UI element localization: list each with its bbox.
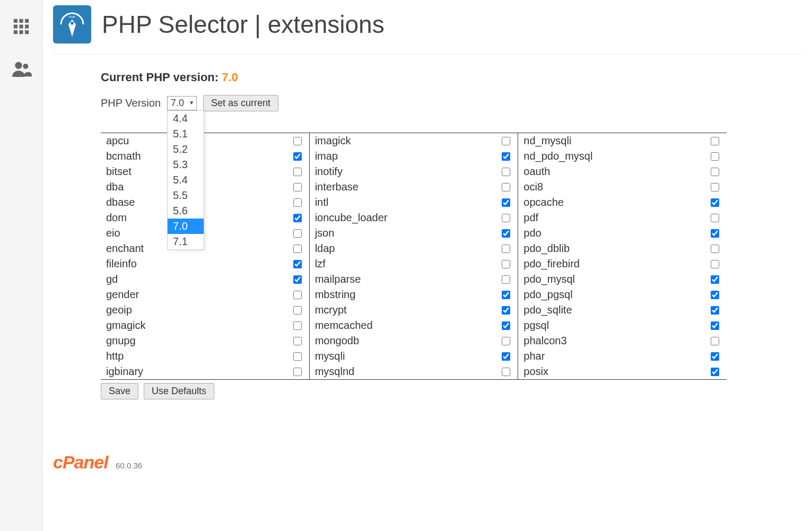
extension-checkbox-ldap[interactable] bbox=[502, 245, 510, 253]
extension-label: ldap bbox=[315, 242, 335, 255]
extension-checkbox-mysqlnd[interactable] bbox=[502, 368, 510, 376]
extension-row-intl: intl bbox=[310, 195, 518, 210]
extension-checkbox-opcache[interactable] bbox=[711, 198, 719, 207]
extension-label: pdo bbox=[523, 227, 541, 239]
svg-point-10 bbox=[23, 64, 28, 69]
php-version-select[interactable]: 7.0 4.45.15.25.35.45.55.67.07.1 bbox=[167, 96, 197, 110]
apps-grid-icon[interactable] bbox=[8, 13, 34, 40]
cpanel-version: 60.0.36 bbox=[116, 461, 142, 470]
extension-checkbox-mongodb[interactable] bbox=[502, 337, 510, 345]
extension-checkbox-pdo_mysql[interactable] bbox=[711, 275, 719, 284]
php-version-option-5-3[interactable]: 5.3 bbox=[168, 157, 204, 172]
extension-checkbox-dbase[interactable] bbox=[293, 198, 302, 207]
extension-checkbox-phar[interactable] bbox=[711, 352, 719, 361]
save-button[interactable]: Save bbox=[101, 383, 138, 399]
extension-row-igbinary: igbinary bbox=[101, 364, 309, 379]
extension-checkbox-nd_pdo_mysql[interactable] bbox=[711, 152, 719, 161]
extension-checkbox-igbinary[interactable] bbox=[293, 368, 302, 376]
php-selector-icon: PHP bbox=[53, 5, 91, 43]
extensions-column-3: nd_mysqlind_pdo_mysqloauthoci8opcachepdf… bbox=[518, 133, 727, 379]
extension-checkbox-mcrypt[interactable] bbox=[502, 306, 510, 315]
php-version-option-5-2[interactable]: 5.2 bbox=[168, 142, 204, 157]
extension-label: phalcon3 bbox=[523, 335, 566, 347]
extension-checkbox-pdf[interactable] bbox=[711, 214, 719, 222]
extension-checkbox-ioncube_loader[interactable] bbox=[502, 214, 510, 222]
extension-row-fileinfo: fileinfo bbox=[101, 256, 309, 272]
extension-label: inotify bbox=[315, 166, 343, 178]
extension-checkbox-gender[interactable] bbox=[293, 291, 302, 299]
extension-checkbox-bcmath[interactable] bbox=[293, 152, 302, 161]
extension-checkbox-dom[interactable] bbox=[293, 214, 302, 222]
extension-checkbox-memcached[interactable] bbox=[502, 321, 510, 330]
extension-checkbox-oci8[interactable] bbox=[711, 183, 719, 191]
extension-checkbox-pdo_sqlite[interactable] bbox=[711, 306, 719, 315]
extension-checkbox-geoip[interactable] bbox=[293, 306, 302, 315]
php-version-select-display[interactable]: 7.0 bbox=[167, 96, 197, 110]
svg-rect-2 bbox=[25, 19, 29, 23]
php-version-option-5-4[interactable]: 5.4 bbox=[168, 172, 204, 188]
extension-checkbox-http[interactable] bbox=[293, 352, 302, 361]
extension-checkbox-pdo_dblib[interactable] bbox=[711, 245, 719, 253]
php-version-option-4-4[interactable]: 4.4 bbox=[168, 111, 204, 126]
extension-checkbox-mbstring[interactable] bbox=[502, 291, 510, 299]
extension-checkbox-pdo[interactable] bbox=[711, 229, 719, 238]
extension-row-nd_mysqli: nd_mysqli bbox=[518, 133, 727, 149]
extension-label: fileinfo bbox=[106, 258, 137, 270]
php-version-option-5-5[interactable]: 5.5 bbox=[168, 188, 204, 203]
extension-row-gmagick: gmagick bbox=[101, 318, 309, 333]
extension-checkbox-mailparse[interactable] bbox=[502, 275, 510, 284]
extension-checkbox-intl[interactable] bbox=[502, 198, 510, 207]
users-icon[interactable] bbox=[8, 56, 34, 82]
extension-checkbox-pgsql[interactable] bbox=[711, 321, 719, 330]
extension-checkbox-inotify[interactable] bbox=[502, 168, 510, 176]
extension-checkbox-posix[interactable] bbox=[711, 368, 719, 376]
use-defaults-button[interactable]: Use Defaults bbox=[144, 383, 214, 399]
extension-label: dba bbox=[106, 181, 124, 193]
extension-checkbox-gnupg[interactable] bbox=[293, 337, 302, 345]
extension-row-geoip: geoip bbox=[101, 302, 309, 318]
extension-label: mysqli bbox=[315, 350, 345, 362]
extension-label: imagick bbox=[315, 135, 351, 147]
extension-checkbox-lzf[interactable] bbox=[502, 260, 510, 268]
svg-rect-0 bbox=[13, 19, 17, 23]
extension-checkbox-json[interactable] bbox=[502, 229, 510, 238]
extension-checkbox-enchant[interactable] bbox=[293, 245, 302, 253]
svg-rect-3 bbox=[13, 24, 17, 28]
svg-point-12 bbox=[71, 22, 74, 25]
extension-checkbox-mysqli[interactable] bbox=[502, 352, 510, 361]
extension-label: lzf bbox=[315, 258, 326, 270]
extension-label: gmagick bbox=[106, 319, 145, 332]
extension-checkbox-bitset[interactable] bbox=[293, 168, 302, 176]
php-version-option-5-1[interactable]: 5.1 bbox=[168, 126, 204, 142]
extensions-column-1: apcubcmathbitsetdbadbasedomeioenchantfil… bbox=[101, 133, 310, 379]
extension-checkbox-phalcon3[interactable] bbox=[711, 337, 719, 345]
extension-checkbox-imap[interactable] bbox=[502, 152, 510, 161]
php-version-option-7-1[interactable]: 7.1 bbox=[168, 234, 204, 249]
extension-checkbox-apcu[interactable] bbox=[293, 137, 302, 145]
extension-checkbox-gd[interactable] bbox=[293, 275, 302, 284]
extension-checkbox-eio[interactable] bbox=[293, 229, 302, 238]
extension-checkbox-fileinfo[interactable] bbox=[293, 260, 302, 268]
extension-label: gender bbox=[106, 289, 139, 301]
extension-checkbox-interbase[interactable] bbox=[502, 183, 510, 191]
extension-row-dba: dba bbox=[101, 179, 309, 195]
extension-checkbox-oauth[interactable] bbox=[711, 168, 719, 176]
extension-label: mysqlnd bbox=[315, 365, 354, 378]
extension-checkbox-dba[interactable] bbox=[293, 183, 302, 191]
extension-label: ioncube_loader bbox=[315, 212, 388, 224]
extension-label: mcrypt bbox=[315, 304, 347, 316]
extension-label: geoip bbox=[106, 304, 132, 316]
extension-checkbox-imagick[interactable] bbox=[502, 137, 510, 145]
extension-checkbox-pdo_pgsql[interactable] bbox=[711, 291, 719, 299]
extension-row-mysqli: mysqli bbox=[310, 349, 518, 364]
extension-checkbox-gmagick[interactable] bbox=[293, 321, 302, 330]
current-version-row: Current PHP version: 7.0 bbox=[101, 71, 801, 84]
php-version-option-7-0[interactable]: 7.0 bbox=[168, 219, 204, 234]
extension-checkbox-pdo_firebird[interactable] bbox=[711, 260, 719, 268]
extension-row-enchant: enchant bbox=[101, 241, 309, 256]
php-version-option-5-6[interactable]: 5.6 bbox=[168, 203, 204, 219]
svg-point-9 bbox=[15, 62, 22, 69]
set-as-current-button[interactable]: Set as current bbox=[203, 95, 278, 111]
extension-label: json bbox=[315, 227, 335, 239]
extension-checkbox-nd_mysqli[interactable] bbox=[711, 137, 719, 145]
